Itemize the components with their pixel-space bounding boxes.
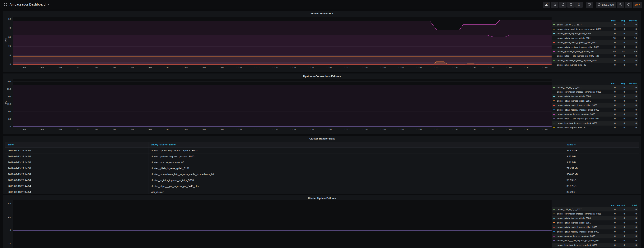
y-axis-tick: 0.5 (8, 216, 11, 218)
save-button[interactable] (567, 2, 574, 8)
legend-item[interactable]: cluster_127_0_0_1_8877000 (552, 85, 638, 90)
legend-value: 0 (616, 104, 625, 106)
add-panel-button[interactable] (543, 2, 550, 8)
panel-title[interactable]: Cluster Transfer Data (3, 137, 641, 140)
legend-item[interactable]: cluster_gitlab_registry_ingress_gitlab_5… (552, 108, 638, 112)
refresh-button[interactable] (625, 2, 632, 8)
legend-value: 0 (606, 55, 616, 57)
legend-column-current[interactable]: current (616, 204, 625, 207)
legend-item[interactable]: cluster_grafana_ingress_grafana_3000000 (552, 112, 638, 116)
table-cell: 8.65 MB (564, 153, 639, 159)
graph-plot[interactable] (13, 200, 552, 248)
legend-value: 0 (625, 91, 637, 93)
legend-series-name: cluster_grafana_ingress_grafana_3000 (557, 113, 606, 115)
legend-value: 0 (606, 91, 616, 93)
legend-item[interactable]: cluster_chronograf_ingress_chronograf_88… (552, 27, 638, 31)
legend-item[interactable]: cluster_chronograf_ingress_chronograf_88… (552, 90, 638, 94)
series-color-dash (553, 114, 555, 115)
legend-value: 0 (616, 64, 625, 66)
y-axis: 01020304050 (3, 17, 12, 65)
legend-series-name: cluster_127_0_0_1_8877 (557, 23, 606, 26)
legend-item[interactable]: cluster_grafana_ingress_grafana_30004947… (552, 49, 638, 54)
legend-column-total[interactable]: total (625, 204, 637, 207)
legend-column-max[interactable]: max (606, 204, 616, 207)
legend-item[interactable]: cluster_keycloak_ingress_keycloak_808000… (552, 121, 638, 125)
x-axis-tick: 22:00 (143, 128, 155, 130)
legend-series-name: cluster_gitlab_ingress_gitlab_8080 (557, 32, 606, 35)
legend-item[interactable]: cluster_gitlab_minio_ingress_gitlab_9000… (552, 103, 638, 108)
panel-title[interactable]: Upstream Connections Failures (3, 75, 641, 78)
legend-item[interactable]: cluster_nms_ingress_nms_80000 (552, 63, 638, 67)
legend-item[interactable]: cluster_gitlab_ingress_gitlab_8080000 (552, 31, 638, 36)
navbar: Ambassador Dashboard (0, 0, 644, 9)
time-range-picker[interactable]: Last 1 hour (596, 2, 616, 8)
legend-column-max[interactable]: max (606, 82, 616, 85)
star-button[interactable] (551, 2, 558, 8)
legend-item[interactable]: cluster_gitlab_minio_ingress_gitlab_9000… (552, 40, 638, 45)
legend-item[interactable]: cluster_keycloak_ingress_keycloak_808000… (552, 58, 638, 63)
x-axis-tick: 21:54 (89, 128, 101, 130)
legend-column-max[interactable]: max (606, 19, 616, 22)
graph-canvas[interactable] (13, 79, 552, 127)
legend-item[interactable]: cluster_gitlab_ingress_gitlab_8181000 (552, 99, 638, 103)
legend-item[interactable]: cluster_nms_ingress_nms_80000 (552, 248, 638, 248)
series-color-dash (553, 29, 555, 29)
legend-item[interactable]: cluster_gitlab_ingress_gitlab_818110910 (552, 36, 638, 40)
legend-item[interactable]: cluster_keycloak_ingress_keycloak_808000… (552, 243, 638, 247)
legend-value: 0 (606, 208, 616, 211)
legend-item[interactable]: cluster_gitlab_ingress_gitlab_8080000 (552, 94, 638, 99)
cycle-view-button[interactable] (586, 2, 593, 8)
x-axis-tick: 22:10 (233, 66, 245, 69)
graph-plot[interactable] (13, 79, 552, 127)
legend-item[interactable]: cluster_chronograf_ingress_chronograf_88… (552, 212, 638, 216)
legend-value: 49 (625, 50, 637, 53)
y-axis-tick: 20 (8, 45, 11, 47)
legend-item[interactable]: cluster_127_0_0_1_8877000 (552, 207, 638, 212)
x-axis-tick: 22:14 (269, 66, 281, 69)
y-axis-tick: 50 (8, 118, 11, 120)
panel-title[interactable]: Cluster Update Failures (3, 197, 641, 200)
legend-item[interactable]: cluster_grafana_ingress_grafana_3000000 (552, 234, 638, 238)
legend-item[interactable]: cluster_gitlab_ingress_gitlab_8181000 (552, 221, 638, 225)
legend-item[interactable]: cluster_gitlab_registry_ingress_gitlab_5… (552, 45, 638, 49)
table-column-header-envoy_cluster_name[interactable]: envoy_cluster_name (148, 142, 564, 147)
share-button[interactable] (559, 2, 566, 8)
refresh-interval-dropdown[interactable]: 1m (633, 2, 642, 8)
graph-canvas[interactable] (13, 17, 552, 65)
x-axis-tick: 22:18 (305, 128, 317, 130)
legend-value: 0 (625, 28, 637, 30)
legend-item[interactable]: cluster_gitlab_registry_ingress_gitlab_5… (552, 230, 638, 234)
y-axis-tick: 0 (10, 63, 11, 65)
legend-item[interactable]: cluster_https___pki_ingress_pki_8443_otl… (552, 54, 638, 58)
legend-item[interactable]: cluster_nms_ingress_nms_80000 (552, 125, 638, 130)
legend-item[interactable]: cluster_https___pki_ingress_pki_8443_otl… (552, 117, 638, 121)
legend-column-current[interactable]: current (625, 19, 637, 22)
legend-value: 0 (606, 28, 616, 30)
legend-value: 0 (625, 113, 637, 115)
legend-value: 0 (625, 231, 637, 233)
table-column-header-Value[interactable]: Value (564, 142, 639, 147)
graph-plot[interactable] (13, 17, 552, 65)
table-cell: 33.87 kB (564, 183, 639, 189)
table-cell: cluster_https___pki_ingress_pki_8443_otl… (148, 183, 564, 189)
legend-column-avg[interactable]: avg (616, 19, 625, 22)
table-cell: 21.32 MB (564, 147, 639, 153)
panel-title[interactable]: Active Connections (3, 12, 641, 15)
dashboard-title-button[interactable]: Ambassador Dashboard (3, 2, 50, 7)
x-axis-tick: 22:44 (539, 66, 550, 69)
legend-item[interactable]: cluster_gitlab_ingress_gitlab_8080000 (552, 216, 638, 221)
legend-column-avg[interactable]: avg (616, 82, 625, 85)
zoom-out-button[interactable] (617, 2, 624, 8)
table-column-header-Time[interactable]: Time (5, 142, 148, 147)
graph-canvas[interactable] (13, 200, 552, 248)
legend-item[interactable]: cluster_127_0_0_1_8877000 (552, 22, 638, 27)
series-color-dash (553, 38, 555, 38)
legend-item[interactable]: cluster_gitlab_minio_ingress_gitlab_9000… (552, 225, 638, 230)
y-axis: -0.500.51.0 (3, 200, 12, 248)
legend-column-current[interactable]: current (625, 82, 637, 85)
legend-item[interactable]: cluster_https___pki_ingress_pki_8443_otl… (552, 239, 638, 243)
legend-value: 0 (625, 222, 637, 224)
legend-series-name: cluster_127_0_0_1_8877 (557, 208, 606, 211)
settings-button[interactable]: ⚙ (575, 2, 583, 8)
legend-series-name: cluster_grafana_ingress_grafana_3000 (557, 50, 606, 53)
